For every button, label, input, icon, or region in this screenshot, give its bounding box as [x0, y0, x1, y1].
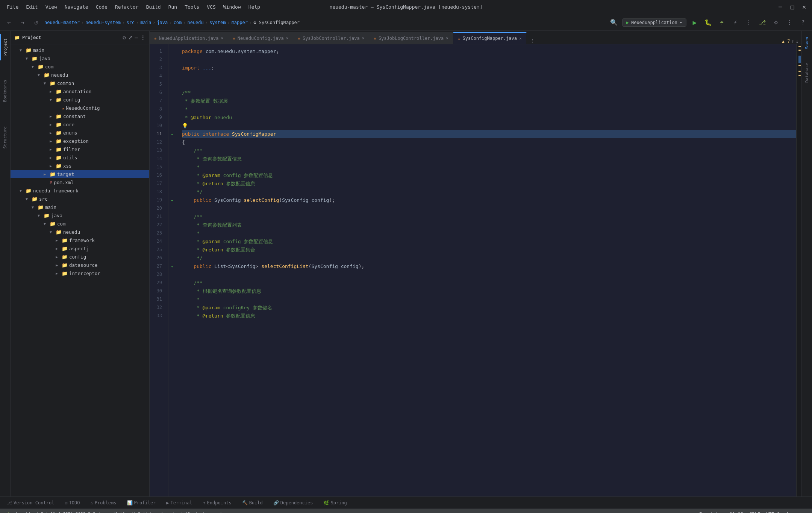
run-button[interactable]: ▶ [689, 17, 700, 28]
tree-core[interactable]: 📁 core [11, 120, 149, 129]
tab-neueduapp[interactable]: ☕ NeueduApplication.java ✕ [150, 32, 228, 44]
tree-com[interactable]: 📁 com [11, 62, 149, 71]
tree-enums[interactable]: 📁 enums [11, 129, 149, 137]
menu-edit[interactable]: Edit [23, 3, 41, 11]
menu-code[interactable]: Code [93, 3, 111, 11]
tab-close-neueduapp[interactable]: ✕ [221, 36, 224, 41]
expand-icon[interactable]: ⤢ [128, 35, 133, 41]
tree-annotation[interactable]: 📁 annotation [11, 87, 149, 95]
bc-system2[interactable]: system [209, 20, 226, 25]
tool-spring[interactable]: 🌿 Spring [321, 499, 349, 506]
bc-java[interactable]: java [157, 20, 168, 25]
tab-bookmarks[interactable]: Bookmarks [0, 75, 10, 107]
bc-neuedu[interactable]: neuedu [187, 20, 203, 25]
tree-pom[interactable]: ✗ pom.xml [11, 178, 149, 186]
menu-run[interactable]: Run [165, 3, 180, 11]
tree-framework-root[interactable]: 📁 neuedu-framework [11, 186, 149, 195]
debug-button[interactable]: 🐛 [703, 17, 714, 28]
profile-button[interactable]: ⚡ [730, 17, 741, 28]
status-message[interactable]: Localized IntelliJ IDEA 2021.3.2 is avai… [16, 511, 223, 513]
menu-window[interactable]: Window [220, 3, 244, 11]
tool-todo[interactable]: ☑ TODO [62, 499, 82, 506]
tree-framework-java[interactable]: 📁 java [11, 211, 149, 219]
tree-utils[interactable]: 📁 utils [11, 153, 149, 162]
bc-com[interactable]: com [174, 20, 182, 25]
menu-build[interactable]: Build [143, 3, 164, 11]
toolbar-nav-back[interactable]: ← [4, 17, 14, 28]
tree-aspectj[interactable]: 📁 aspectj [11, 244, 149, 253]
tree-common[interactable]: 📁 common [11, 79, 149, 87]
toolbar-git[interactable]: ⎇ [757, 17, 768, 28]
menu-tools[interactable]: Tools [182, 3, 202, 11]
status-event-log[interactable]: Event Log [699, 511, 724, 513]
tree-neueduconfig[interactable]: ☁ NeueduConfig [11, 104, 149, 112]
tab-sysjobcontroller[interactable]: ☕ SysJobController.java ✕ [293, 32, 369, 44]
tab-close-neueduconfig[interactable]: ✕ [286, 36, 289, 41]
tool-dependencies[interactable]: 🔗 Dependencies [271, 499, 315, 506]
close-button[interactable]: ✕ [800, 3, 808, 11]
toolbar-nav-forward[interactable]: → [17, 17, 28, 28]
tab-close-sysjob[interactable]: ✕ [362, 36, 365, 41]
tab-sysconfigmapper[interactable]: ☕ SysConfigMapper.java ✕ [453, 32, 527, 44]
status-git[interactable]: ⎇ [5, 511, 10, 513]
tool-version-control[interactable]: ⎇ Version Control [5, 499, 56, 506]
collapse-icon[interactable]: – [135, 35, 138, 41]
tree-neuedu[interactable]: 📁 neuedu [11, 71, 149, 79]
gear-icon[interactable]: ⚙ [123, 35, 126, 41]
gt-19[interactable]: → [168, 196, 176, 204]
menu-help[interactable]: Help [245, 3, 263, 11]
tab-close-sysconfigmapper[interactable]: ✕ [519, 36, 522, 41]
tree-java[interactable]: 📁 java [11, 54, 149, 62]
tab-structure[interactable]: Structure [0, 122, 10, 153]
right-tab-database[interactable]: Database [803, 60, 811, 86]
bc-main[interactable]: main [140, 20, 151, 25]
tree-main[interactable]: 📁 main [11, 46, 149, 54]
bc-system[interactable]: neuedu-system [85, 20, 121, 25]
code-content[interactable]: package com.neuedu.system.mapper; import… [176, 44, 796, 496]
bc-mapper[interactable]: mapper [232, 20, 248, 25]
tab-sysjoblog[interactable]: ☕ SysJobLogController.java ✕ [369, 32, 453, 44]
menu-navigate[interactable]: Navigate [62, 3, 91, 11]
tool-problems[interactable]: ⚠ Problems [88, 499, 119, 506]
tree-framework-src[interactable]: 📁 src [11, 195, 149, 203]
tool-profiler[interactable]: 📊 Profiler [125, 499, 158, 506]
menu-file[interactable]: File [4, 3, 21, 11]
bulb-icon[interactable]: 💡 [182, 122, 188, 130]
tab-project[interactable]: Project [0, 34, 10, 60]
warnings-badge[interactable]: ▲ 7 [782, 39, 790, 44]
toolbar-more[interactable]: ⋮ [784, 17, 795, 28]
status-encoding[interactable]: UTF-8 [766, 511, 780, 513]
menu-vcs[interactable]: VCS [204, 3, 218, 11]
coverage-button[interactable]: ☂ [717, 17, 727, 28]
menu-view[interactable]: View [42, 3, 60, 11]
toolbar-refresh[interactable]: ↺ [31, 17, 41, 28]
tree-framework-config[interactable]: 📁 config [11, 253, 149, 261]
status-indent[interactable]: 4 spaces [786, 511, 807, 513]
tab-more-button[interactable]: ⋮ [527, 38, 538, 44]
toolbar-search-icon[interactable]: 🔍 [609, 17, 619, 28]
menu-bar[interactable]: File Edit View Navigate Code Refactor Bu… [4, 3, 263, 11]
tab-neueduconfig[interactable]: ☕ NeueduConfig.java ✕ [228, 32, 293, 44]
tree-framework-folder[interactable]: 📁 framework [11, 236, 149, 244]
tree-framework-com[interactable]: 📁 com [11, 219, 149, 228]
tree-datasource[interactable]: 📁 datasource [11, 261, 149, 269]
menu-refactor[interactable]: Refactor [112, 3, 142, 11]
tree-target[interactable]: 📁 target [11, 170, 149, 178]
toolbar-help[interactable]: ? [798, 17, 808, 28]
tree-filter[interactable]: 📁 filter [11, 145, 149, 153]
tool-terminal[interactable]: ▶ Terminal [164, 499, 194, 506]
bc-root[interactable]: neuedu-master [44, 20, 80, 25]
status-line-col[interactable]: 11:18 [730, 511, 743, 513]
tool-build[interactable]: 🔨 Build [240, 499, 265, 506]
tree-config[interactable]: 📁 config [11, 95, 149, 104]
maximize-button[interactable]: □ [788, 3, 797, 11]
minimize-button[interactable]: ─ [776, 3, 785, 11]
tree-exception[interactable]: 📁 exception [11, 137, 149, 145]
gt-11[interactable]: → [168, 130, 176, 138]
run-config-dropdown[interactable]: ▶ NeueduApplication ▾ [622, 18, 686, 27]
tree-constant[interactable]: 📁 constant [11, 112, 149, 120]
more-run-options[interactable]: ⋮ [744, 17, 754, 28]
right-tab-maven[interactable]: Maven [803, 34, 811, 52]
tree-framework-neuedu[interactable]: 📁 neuedu [11, 228, 149, 236]
gt-27[interactable]: → [168, 262, 176, 271]
